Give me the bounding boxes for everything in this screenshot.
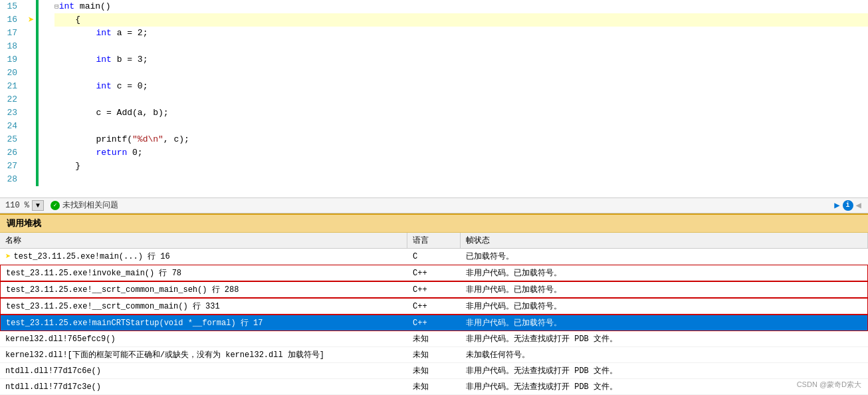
code-line-23: c = Add(a, b); bbox=[54, 106, 868, 120]
code-line-17: int a = 2; bbox=[54, 27, 868, 40]
table-row[interactable]: test_23.11.25.exe!mainCRTStartup(void *_… bbox=[0, 315, 868, 331]
row4-framestatus: 非用户代码。已加载符号。 bbox=[461, 299, 867, 314]
code-line-26: return 0; bbox=[54, 146, 868, 160]
code-line-27: } bbox=[54, 160, 868, 173]
row4-name: test_23.11.25.exe!__scrt_common_main() 行… bbox=[1, 299, 407, 314]
row1-framestatus: 已加载符号。 bbox=[461, 249, 868, 264]
row1-language: C bbox=[407, 250, 461, 263]
status-text: 未找到相关问题 bbox=[62, 199, 118, 211]
string-literal-25: "%d\n" bbox=[132, 133, 163, 146]
row7-language: 未知 bbox=[407, 347, 461, 362]
green-indicator-bar bbox=[36, 0, 39, 186]
row2-name: test_23.11.25.exe!invoke_main() 行 78 bbox=[1, 265, 407, 281]
nav-arrows: ▶ i ◀ bbox=[833, 199, 863, 211]
table-row[interactable]: test_23.11.25.exe!__scrt_common_main_seh… bbox=[0, 281, 868, 298]
nav-next-button[interactable]: ◀ bbox=[855, 199, 863, 211]
col-header-name: 名称 bbox=[0, 233, 407, 248]
code-line-22 bbox=[54, 93, 868, 106]
line-num-28: 28 bbox=[5, 173, 21, 186]
row3-name: test_23.11.25.exe!__scrt_common_main_seh… bbox=[1, 282, 407, 297]
kw-int-17: int bbox=[96, 27, 111, 40]
code-line-16: { bbox=[54, 13, 868, 27]
col-header-framestatus: 帧状态 bbox=[461, 233, 868, 248]
line-num-26: 26 bbox=[5, 146, 21, 160]
table-row[interactable]: kernel32.dll!765efcc9() 未知 非用户代码。无法查找或打开… bbox=[0, 331, 868, 347]
row7-framestatus: 未加载任何符号。 bbox=[461, 347, 868, 362]
row3-language: C++ bbox=[407, 283, 461, 297]
line-num-20: 20 bbox=[5, 66, 21, 80]
row8-name: ntdll.dll!77d17c6e() bbox=[0, 364, 407, 378]
table-row[interactable]: kernel32.dll![下面的框架可能不正确和/或缺失，没有为 kernel… bbox=[0, 347, 868, 363]
row6-language: 未知 bbox=[407, 331, 461, 346]
kw-int-15: int bbox=[59, 0, 74, 13]
editor-gutter: ➤ bbox=[27, 0, 41, 198]
row8-framestatus: 非用户代码。无法查找或打开 PDB 文件。 bbox=[461, 363, 868, 378]
main-container: 15 16 17 18 19 20 21 22 23 24 25 26 27 2… bbox=[0, 0, 868, 395]
code-lines[interactable]: ⊟int main() { int a = 2; int b = 3; bbox=[41, 0, 868, 198]
callstack-table-body: ➤ test_23.11.25.exe!main(...) 行 16 C 已加载… bbox=[0, 249, 868, 395]
code-line-24 bbox=[54, 120, 868, 133]
code-line-28 bbox=[54, 173, 868, 186]
row4-language: C++ bbox=[407, 300, 461, 313]
zoom-dropdown-button[interactable]: ▼ bbox=[32, 200, 44, 211]
line-numbers: 15 16 17 18 19 20 21 22 23 24 25 26 27 2… bbox=[0, 0, 27, 198]
line-num-16: 16 bbox=[5, 13, 21, 27]
status-ok-indicator: ✓ 未找到相关问题 bbox=[51, 199, 118, 211]
table-row[interactable]: test_23.11.25.exe!invoke_main() 行 78 C++… bbox=[0, 265, 868, 281]
code-line-19: int b = 3; bbox=[54, 53, 868, 66]
row6-name: kernel32.dll!765efcc9() bbox=[0, 332, 407, 346]
line-num-23: 23 bbox=[5, 106, 21, 120]
row6-framestatus: 非用户代码。无法查找或打开 PDB 文件。 bbox=[461, 331, 868, 346]
row2-language: C++ bbox=[407, 267, 461, 280]
callstack-title: 调用堆栈 bbox=[7, 219, 41, 229]
status-ok-icon: ✓ bbox=[51, 201, 60, 210]
row5-language: C++ bbox=[407, 317, 461, 330]
table-row[interactable]: test_23.11.25.exe!__scrt_common_main() 行… bbox=[0, 298, 868, 315]
callstack-panel: 调用堆栈 名称 语言 帧状态 ➤ test_23.11.25.exe!main(… bbox=[0, 213, 868, 395]
code-line-18 bbox=[54, 40, 868, 53]
line-num-25: 25 bbox=[5, 133, 21, 146]
kw-int-21: int bbox=[96, 80, 111, 93]
fold-icon-15[interactable]: ⊟ bbox=[54, 0, 59, 13]
code-line-25: printf("%d\n", c); bbox=[54, 133, 868, 146]
row3-framestatus: 非用户代码。已加载符号。 bbox=[461, 282, 867, 297]
zoom-control[interactable]: 110 % ▼ bbox=[5, 200, 44, 211]
line-num-15: 15 bbox=[5, 0, 21, 13]
status-bar: 110 % ▼ ✓ 未找到相关问题 ▶ i ◀ bbox=[0, 198, 868, 213]
zoom-value: 110 % bbox=[5, 201, 29, 210]
row9-language: 未知 bbox=[407, 379, 461, 394]
table-row[interactable]: ntdll.dll!77d17c6e() 未知 非用户代码。无法查找或打开 PD… bbox=[0, 363, 868, 379]
kw-return-26: return bbox=[96, 146, 127, 160]
nav-prev-button[interactable]: ▶ bbox=[833, 199, 841, 211]
code-line-21: int c = 0; bbox=[54, 80, 868, 93]
code-line-15: ⊟int main() bbox=[54, 0, 868, 13]
col-header-language: 语言 bbox=[407, 233, 461, 248]
line-num-17: 17 bbox=[5, 27, 21, 40]
table-row[interactable]: ntdll.dll!77d17c3e() 未知 非用户代码。无法查找或打开 PD… bbox=[0, 379, 868, 395]
line-num-21: 21 bbox=[5, 80, 21, 93]
kw-int-19: int bbox=[96, 53, 111, 66]
info-icon[interactable]: i bbox=[843, 200, 853, 211]
row1-name: ➤ test_23.11.25.exe!main(...) 行 16 bbox=[0, 249, 407, 264]
row5-framestatus: 非用户代码。已加载符号。 bbox=[461, 315, 867, 330]
callstack-panel-header: 调用堆栈 bbox=[0, 215, 868, 233]
line-num-19: 19 bbox=[5, 53, 21, 66]
code-container: 15 16 17 18 19 20 21 22 23 24 25 26 27 2… bbox=[0, 0, 868, 198]
line-num-22: 22 bbox=[5, 93, 21, 106]
callstack-table-header: 名称 语言 帧状态 bbox=[0, 233, 868, 249]
code-line-20 bbox=[54, 66, 868, 80]
row2-framestatus: 非用户代码。已加载符号。 bbox=[461, 265, 867, 281]
row5-name: test_23.11.25.exe!mainCRTStartup(void *_… bbox=[1, 315, 407, 330]
row9-name: ntdll.dll!77d17c3e() bbox=[0, 380, 407, 394]
debug-arrow: ➤ bbox=[28, 13, 35, 27]
line-num-24: 24 bbox=[5, 120, 21, 133]
table-row[interactable]: ➤ test_23.11.25.exe!main(...) 行 16 C 已加载… bbox=[0, 249, 868, 265]
row8-language: 未知 bbox=[407, 363, 461, 378]
csdn-watermark: CSDN @蒙奇D索大 bbox=[797, 380, 861, 390]
current-row-arrow: ➤ bbox=[5, 251, 11, 262]
line-num-27: 27 bbox=[5, 160, 21, 173]
editor-area: 15 16 17 18 19 20 21 22 23 24 25 26 27 2… bbox=[0, 0, 868, 198]
row7-name: kernel32.dll![下面的框架可能不正确和/或缺失，没有为 kernel… bbox=[0, 347, 407, 362]
line-num-18: 18 bbox=[5, 40, 21, 53]
